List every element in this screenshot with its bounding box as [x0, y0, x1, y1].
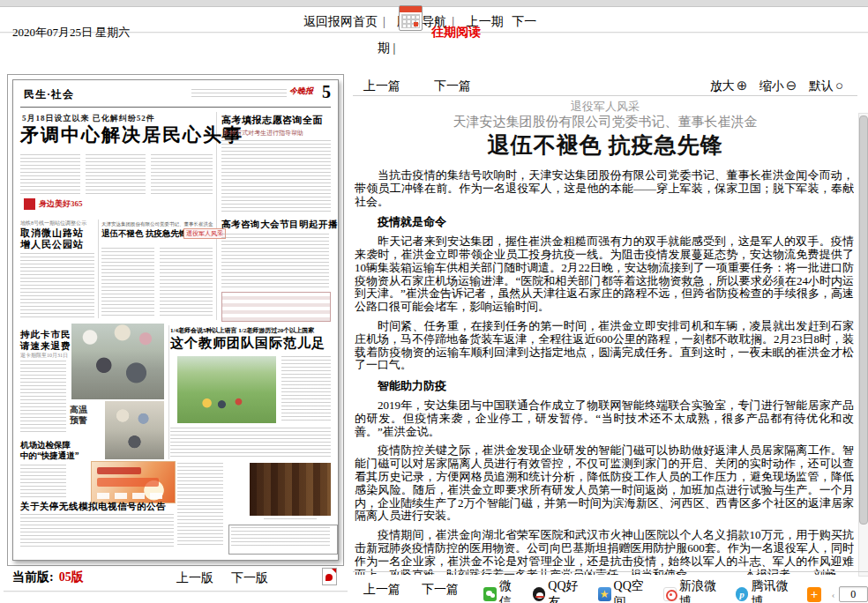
- article-paragraph: 疫情防控关键之际，崔洪金发现企业研发的智能门磁可以协助做好返津人员居家隔离工作。…: [355, 444, 854, 523]
- thumb-text-block: [160, 248, 213, 316]
- badge-label: 身边美好365: [39, 198, 83, 210]
- zoom-out-button[interactable]: 缩小⊖: [760, 79, 806, 93]
- ad-decoration: [97, 467, 141, 474]
- thumb-a2-subtitle: 多种方式对考生进行指导帮助: [223, 129, 303, 138]
- home-link[interactable]: 返回报网首页: [303, 15, 378, 28]
- issue-date: 2020年07月25日 星期六: [12, 25, 130, 41]
- thumb-badge-365: 身边美好365: [24, 198, 83, 210]
- share-label: 微信: [499, 578, 522, 603]
- article-section-heading: 疫情就是命令: [355, 216, 854, 229]
- thumb-paper-name: 今晚报: [289, 86, 313, 97]
- top-gray-strip: [0, 0, 868, 7]
- thumb-masthead-info: [191, 89, 287, 97]
- share-qq-friends-button[interactable]: QQ好友: [533, 578, 587, 603]
- zoom-controls: 放大⊕ 缩小⊖ 默认○: [710, 78, 852, 94]
- thumb-text-block: [177, 463, 223, 547]
- prev-article-link-top[interactable]: 上一篇: [363, 78, 400, 94]
- thumb-a4-subtitle: 天津安达集团股份有限公司党委书记、董事长崔洪金: [101, 221, 214, 227]
- share-wechat-button[interactable]: 微信: [483, 578, 522, 603]
- share-label: QQ空间: [614, 578, 654, 603]
- qzone-star-icon: ★: [598, 587, 611, 601]
- article-paragraph: 昨天记者来到安达集团，握住崔洪金粗糙而强有力的双手就能感受到，这是军人的双手。疫…: [355, 235, 854, 314]
- thumb-text-block: [20, 154, 80, 195]
- thumb-text-block: [20, 465, 66, 498]
- thumb-a5-title: 高考咨询大会节目明起开播: [221, 219, 338, 231]
- qq-penguin-icon: [533, 587, 546, 601]
- pdf-icon[interactable]: [322, 568, 337, 585]
- thumb-advertisement: [91, 461, 176, 503]
- thumb-heat-warning-label: 高温 预警: [70, 405, 87, 426]
- share-bar: 微信 QQ好友 ★ QQ空间 新浪微博 p 腾讯微博 + ‹ 0: [483, 578, 868, 603]
- zoom-default-button[interactable]: 默认○: [809, 79, 852, 93]
- zoom-out-icon[interactable]: ⊖: [786, 78, 797, 93]
- header-nav: 返回报网首页| 版面导航| 上一期 下一: [303, 14, 542, 30]
- thumb-section-title: 民生·社会: [24, 87, 74, 102]
- share-more-button[interactable]: +: [807, 587, 821, 602]
- share-count-notch: ‹: [832, 589, 835, 599]
- sina-weibo-icon: [663, 587, 677, 601]
- bottom-bar-divider: [353, 571, 868, 572]
- next-issue-link-wrapped[interactable]: 期 |: [378, 41, 395, 56]
- thumb-info-box: [228, 525, 338, 555]
- thumb-text-block: [20, 253, 94, 318]
- left-footer-divider: [4, 591, 348, 592]
- article-paragraph: 时间紧、任务重，在接到任务的第一时间，崔洪金立即安排司机和车辆，凌晨就出发赶到石…: [355, 320, 854, 372]
- article-kicker: 退役军人风采: [353, 99, 857, 115]
- article-title: 退伍不褪色 抗疫急先锋: [353, 130, 857, 160]
- thumb-photo-grass-group: [177, 356, 276, 423]
- thumb-text-block: [20, 361, 66, 435]
- ad-decoration: [97, 493, 168, 499]
- thumb-masthead-rule: [20, 107, 331, 108]
- thumb-a9-kicker: 1/4老师会说5种以上语言 1/2老师游历过20个以上国家: [170, 326, 333, 335]
- prev-article-link-bottom[interactable]: 上一篇: [363, 582, 400, 598]
- thumb-a10-title: 关于关停无线模拟电视信号的公告: [20, 501, 166, 513]
- article-toolbar-divider: [353, 95, 857, 96]
- share-count-badge: 0: [839, 586, 868, 602]
- nav-separator: |: [383, 15, 385, 28]
- article-paragraph: 2019年，安达集团与中国联通合作成立了物联网智能终端联合实验室，专门进行智能居…: [355, 399, 854, 438]
- thumb-photo-caption: [264, 518, 317, 522]
- thumb-photo-bookshelf: [250, 463, 331, 516]
- thumb-a6-title-2: 请速来退费: [20, 340, 71, 353]
- thumb-a6-title-1: 持此卡市民: [20, 329, 71, 341]
- share-sina-weibo-button[interactable]: 新浪微博: [663, 578, 724, 603]
- thumb-text-block: [221, 234, 329, 288]
- thumb-a3-title-2: 增人民公园站: [20, 238, 84, 251]
- share-qzone-button[interactable]: ★ QQ空间: [598, 578, 653, 603]
- thumb-photo-street-umbrella: [105, 401, 164, 459]
- prev-page-link[interactable]: 上一版: [176, 570, 213, 586]
- zoom-default-icon[interactable]: ○: [835, 78, 843, 93]
- page-thumbnail-frame: 民生·社会 今晚报 5 5月18日设立以来 已化解纠纷52件 矛调中心解决居民心…: [7, 74, 344, 566]
- calendar-icon[interactable]: [399, 5, 423, 31]
- thumb-a6-note: 退卡期限至10月31日: [20, 352, 68, 360]
- badge-red-square-icon: [24, 198, 35, 210]
- article-scrollbar-track[interactable]: [858, 113, 868, 577]
- past-issues-link[interactable]: 往期阅读: [431, 25, 481, 41]
- next-page-link[interactable]: 下一版: [231, 570, 268, 586]
- article-paragraph: 当抗击疫情的集结号吹响时，天津安达集团股份有限公司党委书记、董事长崔洪金闻令而动…: [355, 169, 854, 208]
- zoom-in-icon[interactable]: ⊕: [737, 78, 748, 93]
- calendar-dot: [414, 22, 418, 26]
- thumb-schedule-table: [221, 292, 331, 322]
- thumb-a1-title: 矛调中心解决居民心头事: [20, 123, 243, 147]
- share-tencent-weibo-button[interactable]: p 腾讯微博: [736, 578, 797, 603]
- article-scrollbar-thumb[interactable]: [859, 115, 868, 525]
- column-rule: [98, 220, 99, 318]
- thumb-page-number: 5: [322, 82, 331, 102]
- tencent-weibo-icon: p: [736, 587, 749, 601]
- next-article-link-top[interactable]: 下一篇: [434, 78, 471, 94]
- newspaper-page-thumbnail[interactable]: 民生·社会 今晚报 5 5月18日设立以来 已化解纠纷52件 矛调中心解决居民心…: [12, 79, 339, 561]
- thumb-a4-title[interactable]: 退伍不褪色 抗疫急先锋: [101, 228, 187, 240]
- next-article-link-bottom[interactable]: 下一篇: [422, 582, 459, 598]
- thumb-a7-title-2: 中的“快捷通道”: [20, 450, 79, 462]
- thumb-text-block: [221, 140, 331, 214]
- current-page-label: 当前版:05版: [12, 570, 84, 585]
- article-section-heading: 智能助力防疫: [355, 380, 854, 393]
- share-label: 腾讯微博: [751, 578, 797, 603]
- article-subtitle: 天津安达集团股份有限公司党委书记、董事长崔洪金: [353, 114, 857, 130]
- article-paragraph-with-byline: 疫情期间，崔洪金向湖北省荣军医院和武汉市火神山医院以个人名义捐款10万元，用于购…: [355, 529, 854, 575]
- next-issue-link[interactable]: 下一: [512, 15, 536, 28]
- zoom-in-button[interactable]: 放大⊕: [710, 79, 757, 93]
- thumb-a9-title: 这个教师团队国际范儿足: [170, 335, 326, 352]
- thumb-text-block: [20, 514, 174, 549]
